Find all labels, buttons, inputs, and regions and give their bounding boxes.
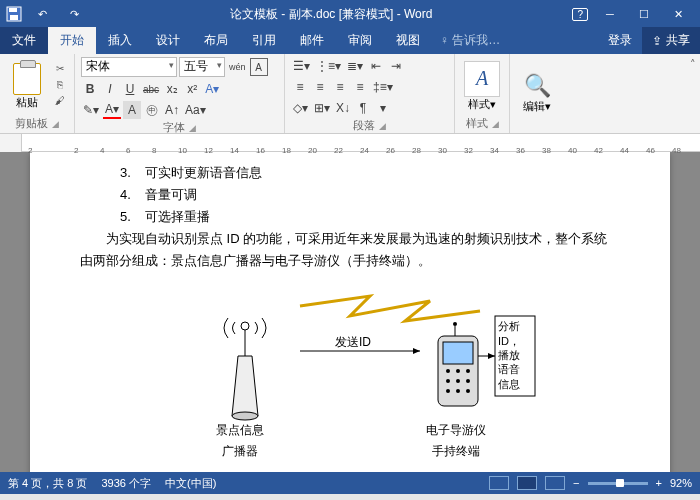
svg-point-16 xyxy=(466,379,470,383)
underline-button[interactable]: U xyxy=(121,80,139,98)
dialog-launcher-icon[interactable]: ◢ xyxy=(379,121,386,131)
tab-selector-icon[interactable] xyxy=(0,134,22,152)
group-clipboard: 粘贴 ✂ ⎘ 🖌 剪贴板◢ xyxy=(0,54,75,133)
diagram-label-left2: 广播器 xyxy=(216,441,264,461)
phonetic-guide-icon[interactable]: wén xyxy=(227,58,248,76)
svg-rect-1 xyxy=(9,8,17,12)
help-icon[interactable]: ? xyxy=(572,8,588,21)
paste-button[interactable]: 粘贴 xyxy=(6,57,48,115)
editing-button[interactable]: 🔍 编辑▾ xyxy=(516,57,558,130)
svg-point-8 xyxy=(453,322,457,326)
signin-button[interactable]: 登录 xyxy=(598,27,642,54)
enclose-char-icon[interactable]: ㊥ xyxy=(143,101,161,119)
change-case-icon[interactable]: Aa▾ xyxy=(183,101,208,119)
grow-font-icon[interactable]: A↑ xyxy=(163,101,181,119)
maximize-icon[interactable]: ☐ xyxy=(628,4,660,24)
strike-button[interactable]: abc xyxy=(141,80,161,98)
diagram-label-right1: 电子导游仪 xyxy=(426,420,486,440)
zoom-level[interactable]: 92% xyxy=(670,477,692,489)
align-left-icon[interactable]: ≡ xyxy=(291,78,309,96)
styles-button[interactable]: A 样式▾ xyxy=(461,57,503,115)
tab-view[interactable]: 视图 xyxy=(384,27,432,54)
tab-design[interactable]: 设计 xyxy=(144,27,192,54)
status-page[interactable]: 第 4 页，共 8 页 xyxy=(8,476,87,491)
highlight-icon[interactable]: ✎▾ xyxy=(81,101,101,119)
cut-icon[interactable]: ✂ xyxy=(52,63,68,77)
font-name-select[interactable]: 宋体 xyxy=(81,57,177,77)
zoom-slider[interactable] xyxy=(588,482,648,485)
font-color-icon[interactable]: A▾ xyxy=(103,101,121,119)
clipboard-icon xyxy=(13,63,41,95)
group-styles: A 样式▾ 样式◢ xyxy=(455,54,510,133)
find-icon: 🔍 xyxy=(524,73,551,99)
char-border-icon[interactable]: A xyxy=(250,58,268,76)
minimize-icon[interactable]: ─ xyxy=(594,4,626,24)
line-spacing-icon[interactable]: ‡≡▾ xyxy=(371,78,395,96)
redo-icon[interactable]: ↷ xyxy=(58,4,90,24)
print-layout-icon[interactable] xyxy=(517,476,537,490)
zoom-in-icon[interactable]: + xyxy=(656,477,662,489)
tab-mailings[interactable]: 邮件 xyxy=(288,27,336,54)
diagram: 发送ID 分析 ID， 播放 语音 信息 景点信息 广播器 电子导游仪 手持终端 xyxy=(140,286,560,456)
borders-icon[interactable]: ⊞▾ xyxy=(312,99,332,117)
diagram-label-left1: 景点信息 xyxy=(216,420,264,440)
ribbon: 粘贴 ✂ ⎘ 🖌 剪贴板◢ 宋体 五号 wén A B I U abc x₂ xyxy=(0,54,700,134)
text-effects-icon[interactable]: A▾ xyxy=(203,80,221,98)
save-icon[interactable] xyxy=(6,6,22,22)
tab-file[interactable]: 文件 xyxy=(0,27,48,54)
align-right-icon[interactable]: ≡ xyxy=(331,78,349,96)
document-area[interactable]: 3.可实时更新语音信息 4.音量可调 5.可选择重播 为实现自动识别景点 ID … xyxy=(0,152,700,472)
tab-home[interactable]: 开始 xyxy=(48,27,96,54)
increase-indent-icon[interactable]: ⇥ xyxy=(387,57,405,75)
italic-button[interactable]: I xyxy=(101,80,119,98)
group-paragraph: ☰▾ ⋮≡▾ ≣▾ ⇤ ⇥ ≡ ≡ ≡ ≡ ‡≡▾ ◇▾ ⊞▾ X↓ ¶ ▾ 段… xyxy=(285,54,455,133)
read-mode-icon[interactable] xyxy=(489,476,509,490)
dialog-launcher-icon[interactable]: ◢ xyxy=(492,119,499,129)
superscript-button[interactable]: x² xyxy=(183,80,201,98)
numbering-icon[interactable]: ⋮≡▾ xyxy=(314,57,343,75)
diagram-label-send: 发送ID xyxy=(335,332,371,352)
svg-point-5 xyxy=(232,412,258,420)
group-font: 宋体 五号 wén A B I U abc x₂ x² A▾ ✎▾ A▾ A ㊥… xyxy=(75,54,285,133)
group-editing: 🔍 编辑▾ xyxy=(510,54,564,133)
dialog-launcher-icon[interactable]: ◢ xyxy=(52,119,59,129)
svg-point-19 xyxy=(466,389,470,393)
status-words[interactable]: 3936 个字 xyxy=(101,476,151,491)
tab-insert[interactable]: 插入 xyxy=(96,27,144,54)
svg-point-14 xyxy=(446,379,450,383)
shading-icon[interactable]: ◇▾ xyxy=(291,99,310,117)
sort-icon[interactable]: X↓ xyxy=(334,99,352,117)
list-item: 4.音量可调 xyxy=(120,184,620,206)
tab-references[interactable]: 引用 xyxy=(240,27,288,54)
status-lang[interactable]: 中文(中国) xyxy=(165,476,216,491)
web-layout-icon[interactable] xyxy=(545,476,565,490)
list-item: 5.可选择重播 xyxy=(120,206,620,228)
tell-me[interactable]: ♀ 告诉我… xyxy=(432,27,508,54)
char-shading-icon[interactable]: A xyxy=(123,101,141,119)
close-icon[interactable]: ✕ xyxy=(662,4,694,24)
asian-layout-icon[interactable]: ▾ xyxy=(374,99,392,117)
subscript-button[interactable]: x₂ xyxy=(163,80,181,98)
align-center-icon[interactable]: ≡ xyxy=(311,78,329,96)
list-item: 3.可实时更新语音信息 xyxy=(120,162,620,184)
justify-icon[interactable]: ≡ xyxy=(351,78,369,96)
multilevel-icon[interactable]: ≣▾ xyxy=(345,57,365,75)
svg-point-11 xyxy=(446,369,450,373)
zoom-out-icon[interactable]: − xyxy=(573,477,579,489)
svg-rect-10 xyxy=(443,342,473,364)
font-size-select[interactable]: 五号 xyxy=(179,57,225,77)
format-painter-icon[interactable]: 🖌 xyxy=(52,95,68,109)
tab-review[interactable]: 审阅 xyxy=(336,27,384,54)
share-button[interactable]: ⇪共享 xyxy=(642,27,700,54)
decrease-indent-icon[interactable]: ⇤ xyxy=(367,57,385,75)
horizontal-ruler[interactable]: 2 24 68 1012 1416 1820 2224 2628 3032 34… xyxy=(0,134,700,152)
show-marks-icon[interactable]: ¶ xyxy=(354,99,372,117)
tab-layout[interactable]: 布局 xyxy=(192,27,240,54)
dialog-launcher-icon[interactable]: ◢ xyxy=(189,123,196,133)
copy-icon[interactable]: ⎘ xyxy=(52,79,68,93)
collapse-ribbon-icon[interactable]: ˄ xyxy=(686,54,700,133)
svg-point-15 xyxy=(456,379,460,383)
undo-icon[interactable]: ↶ xyxy=(26,4,58,24)
bold-button[interactable]: B xyxy=(81,80,99,98)
bullets-icon[interactable]: ☰▾ xyxy=(291,57,312,75)
